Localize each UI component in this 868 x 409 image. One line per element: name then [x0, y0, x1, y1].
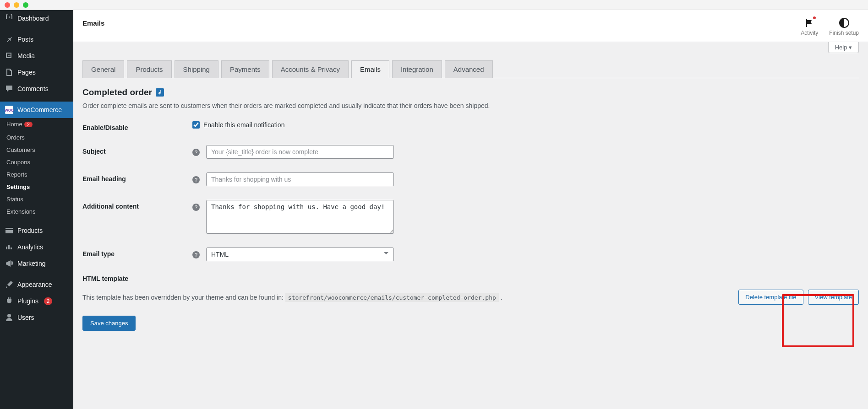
sidebar-item-products[interactable]: Products — [0, 222, 73, 239]
tab-accounts-privacy[interactable]: Accounts & Privacy — [272, 60, 349, 78]
help-icon[interactable]: ? — [192, 176, 200, 183]
sidebar-sub-extensions[interactable]: Extensions — [0, 205, 73, 218]
window-minimize-icon[interactable] — [14, 2, 19, 8]
sidebar-sub-customers[interactable]: Customers — [0, 144, 73, 156]
sidebar-item-analytics[interactable]: Analytics — [0, 239, 73, 255]
help-icon[interactable]: ? — [192, 251, 200, 258]
section-heading: Completed order ↲ — [82, 87, 859, 97]
template-override-row: This template has been overridden by you… — [82, 290, 859, 305]
sidebar-sub-reports[interactable]: Reports — [0, 168, 73, 181]
sidebar-label: Products — [17, 227, 43, 234]
plug-icon — [5, 296, 14, 306]
page-title: Emails — [82, 17, 790, 27]
additional-content-textarea[interactable] — [206, 200, 394, 234]
tab-advanced[interactable]: Advanced — [445, 60, 493, 78]
view-template-button[interactable]: View template — [808, 290, 859, 305]
tab-payments[interactable]: Payments — [221, 60, 269, 78]
products-icon — [5, 226, 14, 235]
sidebar-label: Analytics — [17, 243, 43, 251]
sidebar-label: Users — [17, 314, 34, 321]
delete-template-button[interactable]: Delete template file — [738, 290, 803, 305]
sidebar-item-posts[interactable]: Posts — [0, 31, 73, 48]
woocommerce-icon: woo — [5, 105, 14, 114]
flag-icon — [804, 17, 815, 30]
badge-count: 2 — [44, 297, 52, 305]
enable-label: Enable/Disable — [82, 121, 192, 131]
half-circle-icon — [839, 17, 850, 30]
tab-integration[interactable]: Integration — [392, 60, 442, 78]
sidebar-sub-orders[interactable]: Orders — [0, 131, 73, 144]
finish-setup-button[interactable]: Finish setup — [829, 17, 859, 36]
sidebar-item-plugins[interactable]: Plugins 2 — [0, 293, 73, 309]
additional-label: Additional content — [82, 200, 192, 210]
sidebar-item-appearance[interactable]: Appearance — [0, 276, 73, 293]
sidebar-label: WooCommerce — [17, 106, 62, 113]
activity-button[interactable]: Activity — [801, 17, 818, 36]
sidebar-label: Dashboard — [17, 15, 49, 22]
media-icon — [5, 51, 14, 60]
megaphone-icon — [5, 259, 14, 268]
sidebar-item-pages[interactable]: Pages — [0, 64, 73, 81]
help-icon[interactable]: ? — [192, 204, 200, 211]
html-template-heading: HTML template — [82, 275, 859, 282]
email-type-label: Email type — [82, 248, 192, 258]
save-changes-button[interactable]: Save changes — [82, 316, 136, 331]
admin-sidebar: Dashboard Posts Media Pages Comments woo… — [0, 10, 73, 409]
sidebar-sub-coupons[interactable]: Coupons — [0, 156, 73, 168]
sidebar-item-media[interactable]: Media — [0, 48, 73, 64]
sidebar-item-marketing[interactable]: Marketing — [0, 255, 73, 272]
tab-products[interactable]: Products — [127, 60, 171, 78]
email-type-select[interactable]: HTML — [206, 248, 394, 261]
section-description: Order complete emails are sent to custom… — [82, 102, 859, 109]
sidebar-label: Comments — [17, 85, 49, 92]
sidebar-sub-settings[interactable]: Settings — [0, 181, 73, 193]
sidebar-item-woocommerce[interactable]: woo WooCommerce — [0, 102, 73, 118]
enable-checkbox[interactable] — [192, 121, 200, 129]
sidebar-item-users[interactable]: Users — [0, 309, 73, 326]
page-header: Emails Activity Finish setup — [73, 10, 868, 42]
comments-icon — [5, 84, 14, 93]
badge-count: 2 — [24, 122, 33, 127]
enable-checkbox-label[interactable]: Enable this email notification — [192, 121, 284, 129]
brush-icon — [5, 280, 14, 289]
sidebar-sub-home[interactable]: Home2 — [0, 118, 73, 131]
help-toggle-button[interactable]: Help ▾ — [828, 42, 859, 53]
sidebar-sub-status[interactable]: Status — [0, 193, 73, 205]
sidebar-label: Posts — [17, 36, 33, 43]
page-icon — [5, 68, 14, 77]
subject-label: Subject — [82, 145, 192, 155]
restore-icon[interactable]: ↲ — [156, 88, 164, 97]
window-close-icon[interactable] — [5, 2, 10, 8]
dashboard-icon — [5, 14, 14, 23]
sidebar-label: Appearance — [17, 281, 52, 288]
sidebar-item-comments[interactable]: Comments — [0, 81, 73, 97]
analytics-icon — [5, 242, 14, 252]
sidebar-label: Plugins — [17, 297, 38, 305]
settings-tabs: General Products Shipping Payments Accou… — [82, 60, 859, 78]
sidebar-label: Pages — [17, 69, 36, 76]
pin-icon — [5, 35, 14, 44]
help-icon[interactable]: ? — [192, 149, 200, 156]
template-path: storefront/woocommerce/emails/customer-c… — [285, 293, 499, 302]
tab-shipping[interactable]: Shipping — [175, 60, 218, 78]
sidebar-label: Marketing — [17, 260, 45, 267]
users-icon — [5, 313, 14, 322]
sidebar-item-dashboard[interactable]: Dashboard — [0, 10, 73, 27]
sidebar-label: Media — [17, 52, 35, 59]
window-titlebar — [0, 0, 868, 10]
email-heading-input[interactable] — [206, 172, 394, 186]
subject-input[interactable] — [206, 145, 394, 159]
tab-general[interactable]: General — [82, 60, 124, 78]
tab-emails[interactable]: Emails — [351, 60, 389, 78]
heading-label: Email heading — [82, 172, 192, 183]
window-maximize-icon[interactable] — [23, 2, 28, 8]
